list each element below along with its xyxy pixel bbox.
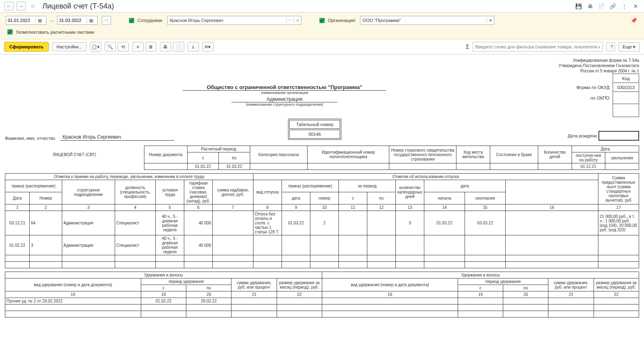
chevron-down-icon[interactable]: ▾ xyxy=(487,18,494,23)
save-icon[interactable]: 💾 xyxy=(574,2,583,11)
filter-input[interactable] xyxy=(473,42,603,52)
menu-icon[interactable]: ⋮ xyxy=(620,2,629,11)
link-icon[interactable]: 🔗 xyxy=(608,2,617,11)
fio-value: Краснов Игорь Сергеевич xyxy=(60,134,174,141)
collapse-icon[interactable]: ≣ xyxy=(145,42,157,52)
help-button[interactable]: ? xyxy=(606,42,615,51)
print-icon[interactable]: 🖶 xyxy=(585,2,594,11)
mail-button[interactable]: ✉▾ xyxy=(202,42,214,52)
date-from-field[interactable]: ▦ xyxy=(6,16,46,25)
form-meta: Унифицированная форма № Т-54а Утверждена… xyxy=(5,58,639,74)
header-table: ЛИЦЕВОЙ СЧЕТ (СВТ) Номер документа Расче… xyxy=(5,146,639,170)
date-more-button[interactable]: ... xyxy=(102,16,111,25)
table-row: 01.02.223 АдминистрацияСпециалист 40 ч.,… xyxy=(5,235,639,255)
dob-label: Дата рождени xyxy=(568,133,597,138)
page-title: Лицевой счет (Т-54а) xyxy=(42,2,114,11)
expand-icon[interactable]: ≡ xyxy=(132,42,144,52)
org-full: Общество с ограниченной ответственностью… xyxy=(183,84,386,91)
employee-more-icon[interactable]: ⋯ xyxy=(286,18,294,23)
generate-button[interactable]: Сформировать xyxy=(4,42,49,52)
tab-no-box: Табельный номер 00146 xyxy=(288,119,342,140)
employees-checkbox[interactable] xyxy=(129,18,134,23)
fio-label: Фамилия, имя, отчество xyxy=(5,136,55,141)
dob-box xyxy=(598,131,639,141)
deductions-table: Удержания и взносы Удержания и взносы ви… xyxy=(5,272,639,318)
star-icon[interactable]: ☆ xyxy=(28,2,37,11)
back-button[interactable]: ← xyxy=(4,2,14,11)
forward-button[interactable]: → xyxy=(16,2,26,11)
title-bar: ← → ☆ Лицевой счет (Т-54а) 💾 🖶 📄 🔗 ⋮ ✕ xyxy=(0,0,644,13)
date-to-input[interactable] xyxy=(57,18,87,23)
pin-icon[interactable]: 📌 xyxy=(629,16,638,25)
org-checkbox[interactable] xyxy=(319,18,325,23)
table-row: 03.12.2164 АдминистрацияСпециалист 40 ч.… xyxy=(5,211,639,235)
paysheets-checkbox[interactable] xyxy=(7,29,13,35)
filter-bar: ▦ – ▦ ... Сотрудники: Краснов Игорь Серг… xyxy=(0,13,644,39)
employee-field[interactable]: Краснов Игорь Сергеевич ⋯ × xyxy=(167,16,301,25)
settings-button[interactable]: Настройки... xyxy=(52,42,87,51)
zoom-in-icon[interactable]: 🔍 xyxy=(105,42,116,52)
preview-icon[interactable]: 📄 xyxy=(597,2,606,11)
employees-label: Сотрудники: xyxy=(138,18,163,23)
dept-sub: (наименование структурного подразделения… xyxy=(5,102,564,107)
hire-vacation-table: Отметка о приеме на работу, переводе, ув… xyxy=(5,173,639,268)
more-button[interactable]: Еще ▾ xyxy=(618,42,640,52)
date-to-field[interactable]: ▦ xyxy=(57,16,98,25)
dept-name: Администрация xyxy=(231,96,337,102)
action-bar: Сформировать Настройки... 📋▾ 🔍 ⟲ ≡ ≣ 🖶 📄… xyxy=(0,39,644,54)
employees-check[interactable]: Сотрудники: xyxy=(127,17,163,24)
print-button[interactable]: 🖶 xyxy=(160,42,171,52)
paysheets-label: Укомплектовать расчетными листами xyxy=(16,30,94,35)
org-sub: наименование организации xyxy=(5,91,564,95)
sigma-icon: Σ xyxy=(466,43,469,50)
report-area: Унифицированная форма № Т-54а Утверждена… xyxy=(0,54,644,330)
export-button[interactable]: ⤓ xyxy=(188,42,199,52)
org-field[interactable]: ООО "Программа" ▾ xyxy=(360,16,494,25)
date-dash: – xyxy=(50,18,53,23)
calendar-icon[interactable]: ▦ xyxy=(35,18,44,23)
employee-clear-icon[interactable]: × xyxy=(294,18,301,23)
codes-box: Код Форма по ОКУД0301013 по ОКПО xyxy=(572,74,639,117)
org-check[interactable]: Организация: xyxy=(318,17,356,24)
paysheets-check[interactable]: Укомплектовать расчетными листами xyxy=(6,28,94,36)
date-from-input[interactable] xyxy=(6,18,35,23)
calendar-icon[interactable]: ▦ xyxy=(87,18,95,23)
zoom-reset-icon[interactable]: ⟲ xyxy=(118,42,129,52)
employee-value: Краснов Игорь Сергеевич xyxy=(168,18,286,23)
print-preview-button[interactable]: 📄 xyxy=(173,42,184,52)
copy-button[interactable]: 📋▾ xyxy=(90,42,101,52)
org-value: ООО "Программа" xyxy=(360,18,487,23)
close-icon[interactable]: ✕ xyxy=(631,2,640,11)
org-label: Организация: xyxy=(328,18,356,23)
